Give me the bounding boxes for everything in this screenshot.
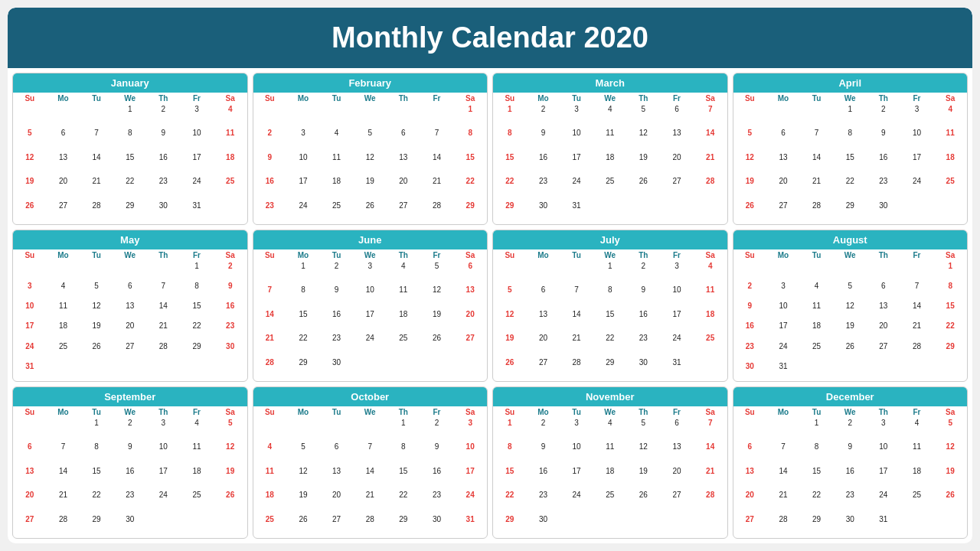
day-cell: 22	[933, 321, 967, 341]
day-header-th: Th	[867, 93, 900, 104]
day-header-sa: Sa	[453, 249, 487, 261]
day-header-tu: Tu	[560, 93, 593, 104]
month-header: June	[253, 230, 488, 249]
day-cell: 20	[733, 490, 767, 514]
day-cell: 14	[694, 128, 727, 152]
day-cell: 17	[286, 176, 320, 200]
month-block-january: JanuarySuMoTuWeThFrSa1234567891011121314…	[12, 73, 248, 225]
day-empty	[420, 104, 454, 128]
day-cell: 9	[867, 128, 900, 152]
day-cell: 2	[214, 261, 247, 281]
day-empty	[47, 418, 80, 442]
day-cell: 28	[694, 176, 727, 200]
day-cell: 15	[387, 466, 420, 490]
day-cell: 16	[833, 466, 867, 490]
day-empty	[320, 104, 354, 128]
day-cell: 17	[453, 466, 487, 490]
day-cell: 30	[214, 341, 247, 361]
day-header-we: We	[353, 249, 387, 261]
day-cell: 15	[180, 301, 214, 321]
day-empty	[733, 418, 767, 442]
day-cell: 21	[147, 321, 181, 341]
day-cell: 20	[660, 152, 694, 176]
day-cell: 16	[253, 176, 287, 200]
days-grid: 1234567891011121314151617181920212223242…	[253, 261, 488, 381]
day-cell: 11	[800, 301, 834, 321]
day-cell: 25	[253, 514, 287, 538]
day-cell: 24	[180, 176, 214, 200]
day-cell: 25	[800, 341, 834, 361]
day-cell: 23	[253, 201, 287, 224]
day-empty	[387, 104, 420, 128]
day-header-we: We	[113, 249, 147, 261]
day-cell: 29	[180, 341, 214, 361]
days-grid: 1234567891011121314151617181920212223242…	[253, 104, 488, 224]
day-cell: 8	[387, 442, 420, 465]
day-cell: 23	[147, 176, 181, 200]
day-cell: 2	[147, 104, 181, 128]
day-cell: 30	[320, 357, 354, 381]
month-block-july: JulySuMoTuWeThFrSa1234567891011121314151…	[492, 230, 728, 382]
day-cell: 6	[453, 261, 487, 285]
day-cell: 13	[766, 152, 800, 176]
day-cell: 5	[286, 442, 320, 465]
day-cell: 28	[353, 514, 387, 538]
day-header-su: Su	[13, 93, 47, 104]
day-cell: 15	[493, 466, 527, 490]
day-cell: 22	[833, 176, 867, 200]
day-cell: 25	[933, 176, 967, 200]
day-header-tu: Tu	[560, 249, 593, 261]
day-cell: 10	[560, 128, 593, 152]
day-cell: 24	[900, 176, 934, 200]
day-cell: 18	[214, 152, 247, 176]
day-cell: 3	[180, 104, 214, 128]
day-cell: 5	[214, 418, 247, 442]
day-cell: 11	[253, 466, 287, 490]
day-cell: 30	[527, 514, 560, 538]
day-cell: 16	[867, 152, 900, 176]
day-cell: 1	[593, 261, 627, 285]
day-cell: 23	[113, 490, 147, 514]
day-cell: 12	[933, 442, 967, 465]
day-cell: 6	[660, 104, 694, 128]
day-cell: 12	[286, 466, 320, 490]
day-cell: 7	[47, 442, 80, 465]
day-cell: 15	[453, 152, 487, 176]
day-cell: 25	[214, 176, 247, 200]
day-cell: 22	[493, 490, 527, 514]
day-header-su: Su	[13, 249, 47, 261]
day-header-th: Th	[867, 249, 900, 261]
day-cell: 6	[660, 418, 694, 442]
day-cell: 3	[766, 281, 800, 301]
day-header-fr: Fr	[900, 93, 934, 104]
day-cell: 22	[593, 333, 627, 357]
day-cell: 13	[527, 309, 560, 333]
day-header-th: Th	[147, 406, 181, 418]
day-cell: 10	[900, 128, 934, 152]
day-cell: 14	[47, 466, 80, 490]
day-header-we: We	[593, 406, 627, 418]
day-cell: 13	[660, 128, 694, 152]
day-cell: 30	[147, 201, 181, 224]
day-cell: 8	[493, 128, 527, 152]
day-cell: 9	[833, 442, 867, 465]
day-cell: 5	[833, 281, 867, 301]
day-header-mo: Mo	[286, 406, 320, 418]
day-header-su: Su	[733, 406, 767, 418]
day-cell: 9	[733, 301, 767, 321]
day-cell: 3	[560, 418, 593, 442]
day-empty	[527, 261, 560, 285]
day-cell: 2	[867, 104, 900, 128]
day-cell: 11	[593, 442, 627, 465]
day-cell: 11	[214, 128, 247, 152]
month-header: March	[493, 73, 727, 93]
day-cell: 8	[593, 285, 627, 308]
day-empty	[253, 261, 287, 285]
day-cell: 17	[13, 321, 47, 341]
day-cell: 8	[180, 281, 214, 301]
day-cell: 26	[493, 357, 527, 381]
month-header: February	[253, 73, 488, 93]
day-cell: 25	[387, 333, 420, 357]
day-cell: 12	[13, 152, 47, 176]
day-cell: 31	[660, 357, 694, 381]
